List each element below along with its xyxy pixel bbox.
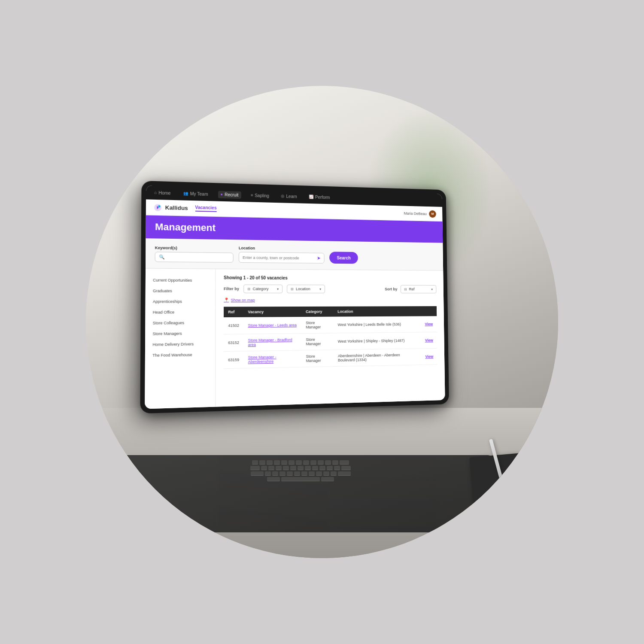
main-content: Current Opportunities Graduates Apprenti… bbox=[145, 269, 445, 409]
location-63152: West Yorkshire | Shipley - Shipley (1487… bbox=[334, 332, 421, 350]
filter-icon: ⊟ bbox=[247, 287, 250, 291]
keyword-input-wrapper[interactable]: 🔍 bbox=[155, 252, 234, 262]
sort-group: Sort by ⊟ Ref ▾ bbox=[385, 285, 436, 294]
tablet-wrapper: ⌂ Home 👥 My Team ● Recruit ≡ Sapling bbox=[140, 181, 449, 413]
sidebar: Current Opportunities Graduates Apprenti… bbox=[145, 269, 216, 409]
key bbox=[319, 466, 325, 470]
key bbox=[303, 460, 309, 465]
search-button[interactable]: Search bbox=[329, 252, 358, 264]
category-filter[interactable]: ⊟ Category ▾ bbox=[243, 285, 283, 293]
ref-63159: 63159 bbox=[224, 351, 243, 369]
category-63159: Store Manager bbox=[301, 350, 334, 367]
content-area: Showing 1 - 20 of 50 vacancies Filter by… bbox=[216, 269, 445, 407]
recruit-icon: ● bbox=[220, 192, 223, 197]
key bbox=[341, 466, 351, 470]
key bbox=[272, 471, 278, 476]
tablet-screen: ⌂ Home 👥 My Team ● Recruit ≡ Sapling bbox=[145, 185, 445, 409]
location-input-wrapper[interactable]: ➤ bbox=[239, 252, 325, 264]
sidebar-item-current-opportunities[interactable]: Current Opportunities bbox=[146, 275, 216, 286]
chevron-down-icon-3: ▾ bbox=[431, 287, 433, 291]
page-title: Management bbox=[155, 221, 216, 234]
keyword-field-group: Keyword(s) 🔍 bbox=[155, 246, 234, 263]
key bbox=[251, 471, 264, 476]
table-body: 41502 Store Manager - Leeds area Store M… bbox=[224, 316, 437, 368]
key bbox=[310, 460, 316, 465]
sort-icon: ⊟ bbox=[404, 287, 407, 291]
showing-text: Showing 1 - 20 of 50 vacancies bbox=[224, 275, 436, 281]
vacancies-tab[interactable]: Vacancies bbox=[195, 205, 216, 212]
key bbox=[276, 466, 282, 470]
chevron-down-icon-2: ▾ bbox=[319, 287, 321, 291]
nav-recruit[interactable]: ● Recruit bbox=[218, 191, 241, 199]
search-row: Keyword(s) 🔍 Location ➤ bbox=[155, 245, 435, 264]
category-filter-label: Category bbox=[253, 287, 269, 291]
search-icon: 🔍 bbox=[159, 255, 164, 259]
key bbox=[334, 466, 340, 470]
location-field-group: Location ➤ bbox=[239, 246, 325, 264]
key bbox=[298, 466, 304, 470]
team-icon: 👥 bbox=[183, 191, 188, 195]
nav-myteam[interactable]: 👥 My Team bbox=[181, 189, 211, 197]
vacancy-link-41502[interactable]: Store Manager - Leeds area bbox=[248, 323, 297, 328]
col-vacancy: Vacancy bbox=[243, 307, 301, 317]
key bbox=[259, 460, 265, 465]
key bbox=[250, 466, 260, 470]
pin-icon: 📍 bbox=[224, 298, 229, 302]
view-link-41502[interactable]: View bbox=[425, 322, 433, 326]
nav-learn[interactable]: ◎ Learn bbox=[279, 192, 300, 200]
show-on-map-label: Show on map bbox=[231, 298, 255, 302]
keyboard bbox=[107, 455, 494, 532]
table-header: Ref Vacancy Category Location bbox=[224, 306, 437, 317]
location-label: Location bbox=[239, 246, 324, 252]
vacancy-link-63152[interactable]: Store Manager - Bradford area bbox=[248, 337, 292, 347]
sidebar-item-store-colleagues[interactable]: Store Colleagues bbox=[145, 317, 215, 328]
col-action bbox=[421, 306, 437, 316]
sidebar-item-store-managers[interactable]: Store Managers bbox=[145, 328, 215, 340]
nav-perform[interactable]: 📈 Perform bbox=[306, 193, 332, 201]
key bbox=[265, 471, 271, 476]
key bbox=[290, 466, 296, 470]
vacancies-table: Ref Vacancy Category Location 41502 bbox=[224, 306, 437, 369]
user-area: Maria DeBeau M bbox=[404, 210, 436, 218]
nav-sapling[interactable]: ≡ Sapling bbox=[248, 191, 272, 199]
nav-recruit-label: Recruit bbox=[225, 192, 238, 197]
filter-sort-row: Filter by ⊟ Category ▾ ⊟ Location ▾ bbox=[224, 284, 436, 293]
key bbox=[279, 471, 286, 476]
sidebar-item-apprenticeships[interactable]: Apprenticeships bbox=[146, 296, 216, 307]
location-filter[interactable]: ⊟ Location ▾ bbox=[287, 285, 325, 293]
keyword-label: Keyword(s) bbox=[155, 246, 234, 251]
vacancy-link-63159[interactable]: Store Manager - Aberdeenshire bbox=[248, 355, 276, 364]
nav-learn-label: Learn bbox=[286, 194, 297, 199]
key bbox=[281, 460, 287, 465]
ref-sort-label: Ref bbox=[409, 287, 414, 292]
show-on-map-link[interactable]: 📍 Show on map bbox=[224, 298, 437, 302]
location-41502: West Yorkshire | Leeds Belle Isle (536) bbox=[334, 316, 421, 333]
ref-sort[interactable]: ⊟ Ref ▾ bbox=[401, 285, 437, 293]
ref-41502: 41502 bbox=[224, 317, 243, 334]
key bbox=[331, 471, 337, 476]
key bbox=[274, 460, 280, 465]
nav-home[interactable]: ⌂ Home bbox=[152, 189, 173, 197]
keyword-input[interactable] bbox=[167, 255, 229, 260]
key bbox=[252, 460, 258, 465]
key bbox=[338, 471, 351, 476]
nav-home-label: Home bbox=[158, 190, 170, 195]
category-63152: Store Manager bbox=[301, 333, 334, 350]
spacebar-key bbox=[281, 477, 320, 481]
sidebar-item-food-warehouse[interactable]: The Food Warehouse bbox=[145, 349, 215, 361]
sidebar-item-home-delivery[interactable]: Home Delivery Drivers bbox=[145, 338, 215, 350]
location-input[interactable] bbox=[243, 255, 315, 260]
key bbox=[323, 471, 329, 476]
table-row: 63159 Store Manager - Aberdeenshire Stor… bbox=[224, 348, 437, 368]
avatar-initials: M bbox=[431, 212, 434, 216]
view-link-63159[interactable]: View bbox=[425, 354, 433, 358]
sidebar-item-graduates[interactable]: Graduates bbox=[146, 286, 216, 296]
sidebar-item-head-office[interactable]: Head Office bbox=[145, 307, 215, 318]
key bbox=[268, 466, 274, 470]
scene-circle: ⌂ Home 👥 My Team ● Recruit ≡ Sapling bbox=[86, 86, 558, 558]
key bbox=[325, 460, 331, 465]
view-link-63152[interactable]: View bbox=[425, 338, 433, 343]
key bbox=[327, 466, 333, 470]
perform-icon: 📈 bbox=[309, 194, 313, 199]
col-category: Category bbox=[301, 307, 334, 317]
